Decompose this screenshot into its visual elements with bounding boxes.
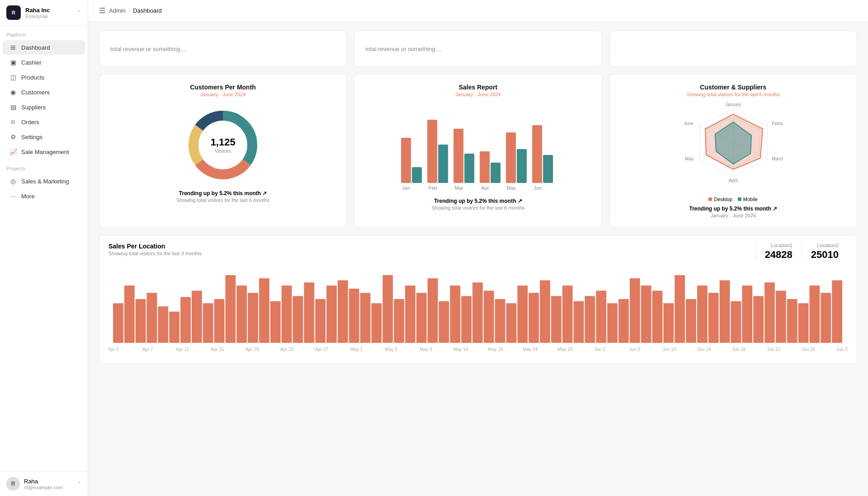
location-bar-chart: Apr 3Apr 7Apr 11Apr 15Apr 19Apr 23Apr 27… [99,266,857,364]
svg-rect-67 [461,296,472,343]
sidebar-item-more-label: More [21,193,35,200]
svg-text:March: March [772,156,783,161]
sidebar-item-orders[interactable]: ⛭ Orders [3,115,85,129]
svg-rect-37 [124,285,135,343]
svg-text:Apr 11: Apr 11 [176,347,189,352]
sidebar-item-suppliers-label: Suppliers [21,104,46,111]
donut-chart-wrap: 1,125 Visitors [108,104,337,186]
sidebar-item-cashier[interactable]: ▣ Cashier [3,55,85,70]
svg-rect-4 [401,138,411,183]
svg-rect-82 [630,278,640,343]
user-profile: R Raha m@example.com ⌃ [0,471,88,496]
svg-rect-63 [416,293,427,343]
svg-text:May 29: May 29 [557,347,572,352]
sidebar-item-suppliers[interactable]: ▤ Suppliers [3,100,85,114]
svg-text:Mar: Mar [455,185,463,191]
svg-rect-69 [484,291,494,343]
svg-rect-77 [574,301,584,343]
svg-rect-50 [270,301,281,343]
breadcrumb-root: Admin [109,7,126,14]
svg-rect-56 [338,281,348,343]
cashier-icon: ▣ [9,59,17,66]
customers-chart-title: Customers Per Month [108,84,337,91]
svg-rect-88 [697,285,708,343]
customers-chart-subtitle: January - June 2024 [108,92,337,97]
top-cards-row: total revenue or something.... total rev… [99,31,857,67]
svg-rect-46 [225,275,236,343]
sidebar-item-settings[interactable]: ⚙ Settings [3,130,85,144]
svg-rect-81 [618,299,629,343]
location-title-wrap: Sales Per Location Showing total visitor… [108,243,202,256]
svg-text:Apr 3: Apr 3 [108,347,118,352]
svg-rect-48 [248,293,258,343]
topbar: ☰ Admin › Dashboard [88,0,868,22]
location2-label: Location2 [811,243,839,248]
more-icon: ··· [9,192,17,200]
sidebar-item-sales-marketing[interactable]: ◎ Sales & Marketing [3,174,85,188]
svg-rect-80 [607,303,618,343]
brand-chevron-icon[interactable]: ⌃ [77,9,81,16]
svg-rect-96 [787,299,797,343]
svg-text:Jun 22: Jun 22 [767,347,780,352]
svg-rect-89 [708,293,719,343]
svg-text:Februa: Februa [772,121,783,126]
dashboard-icon: ⊞ [9,44,17,51]
sidebar-platform-section: Platform ⊞ Dashboard ▣ Cashier ◫ Product… [0,26,88,159]
svg-rect-75 [551,296,561,343]
svg-rect-49 [259,278,269,343]
sidebar-item-cashier-label: Cashier [21,59,42,66]
svg-rect-11 [491,163,500,183]
sidebar: R Raha Inc Enterprise ⌃ Platform ⊞ Dashb… [0,0,88,496]
svg-text:May 5: May 5 [385,347,398,352]
svg-text:May 24: May 24 [523,347,538,352]
sales-bar-chart-svg: Jan Feb Mar Apr May Jun [363,102,592,192]
sidebar-toggle-icon[interactable]: ☰ [99,6,105,15]
svg-text:Jun: Jun [534,185,542,191]
sales-per-location-card: Sales Per Location Showing total visitor… [99,235,857,364]
sidebar-item-dashboard[interactable]: ⊞ Dashboard [3,40,85,55]
location-bar-chart-svg: Apr 3Apr 7Apr 11Apr 15Apr 19Apr 23Apr 27… [108,266,848,356]
svg-text:Jun 26: Jun 26 [802,347,815,352]
top-card-3 [609,31,857,67]
svg-text:April: April [729,178,738,183]
products-icon: ◫ [9,74,17,81]
user-chevron-icon[interactable]: ⌃ [77,481,81,487]
svg-text:Jun 10: Jun 10 [662,347,676,352]
svg-rect-66 [450,285,460,343]
sidebar-item-products[interactable]: ◫ Products [3,70,85,84]
svg-rect-97 [798,303,809,343]
svg-rect-40 [158,306,168,343]
brand-plan: Enterprise [25,14,50,19]
svg-rect-6 [427,120,437,183]
svg-text:Jun 2: Jun 2 [594,347,605,352]
donut-center-label: Visitors [211,148,236,154]
radar-chart-wrap: January Februa March April May June [619,102,848,192]
svg-text:Apr 27: Apr 27 [315,347,329,352]
avatar: R [6,477,20,491]
svg-rect-78 [585,296,595,343]
sidebar-item-sale-management[interactable]: 📈 Sale Management [3,145,85,159]
svg-text:Jun 30: Jun 30 [836,347,848,352]
svg-text:May: May [507,185,516,191]
sidebar-item-customers[interactable]: ◉ Customers [3,85,85,99]
svg-rect-98 [809,285,820,343]
top-card-2: total revenue or something.... [354,31,602,67]
sale-management-icon: 📈 [9,148,17,155]
svg-text:Apr 19: Apr 19 [245,347,259,352]
svg-text:Feb: Feb [429,185,437,191]
sidebar-item-sales-marketing-label: Sales & Marketing [21,178,69,185]
svg-rect-9 [464,154,474,183]
svg-text:Apr 15: Apr 15 [211,347,224,352]
svg-rect-8 [453,129,463,183]
dashboard-content: total revenue or something.... total rev… [88,22,868,380]
customers-trend-sub: Showing total visitors for the last 6 mo… [108,197,337,203]
sidebar-item-orders-label: Orders [21,119,39,126]
top-card-1: total revenue or something.... [99,31,347,67]
svg-rect-84 [652,291,663,343]
settings-icon: ⚙ [9,133,17,140]
sidebar-item-more[interactable]: ··· More [3,189,85,203]
svg-rect-47 [236,285,247,343]
svg-rect-92 [742,285,752,343]
svg-rect-42 [180,297,191,343]
svg-rect-72 [517,285,528,343]
